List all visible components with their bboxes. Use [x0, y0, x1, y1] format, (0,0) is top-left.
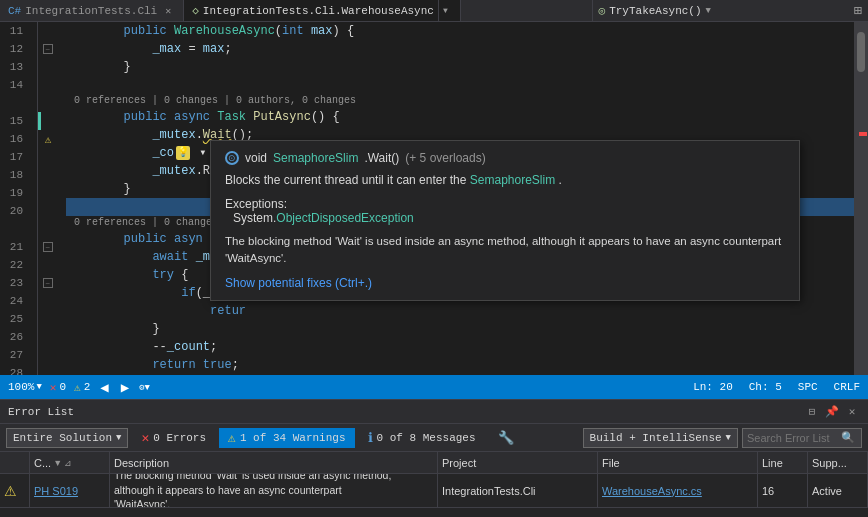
method-dropdown[interactable]: ◎ TryTakeAsync() ▼: [592, 0, 717, 21]
th-line[interactable]: Line: [758, 452, 808, 473]
dock-btn[interactable]: 📌: [824, 404, 840, 420]
code-line-13: }: [66, 58, 854, 76]
tab-label: IntegrationTests.Cli: [25, 5, 157, 17]
error-num: 0: [59, 381, 66, 393]
warning-count[interactable]: ⚠ 2: [74, 381, 90, 394]
filter-icon[interactable]: ▼: [53, 458, 62, 468]
warning-filter-label: 1 of 34 Warnings: [240, 432, 346, 444]
funnel-icon[interactable]: ⊿: [64, 458, 72, 468]
scope-label: Entire Solution: [13, 432, 112, 444]
search-box: 🔍: [742, 428, 862, 448]
statusbar-right: Ln: 20 Ch: 5 SPC CRLF: [693, 381, 860, 393]
tooltip-overloads: (+ 5 overloads): [405, 151, 485, 165]
th-project[interactable]: Project: [438, 452, 598, 473]
build-chevron: ▼: [726, 433, 731, 443]
th-file[interactable]: File: [598, 452, 758, 473]
file-link[interactable]: WarehouseAsync.cs: [602, 485, 702, 497]
close-panel-btn[interactable]: ✕: [844, 404, 860, 420]
line-num-28: 28: [0, 364, 29, 375]
line-num-17: 17: [0, 148, 29, 166]
th-suppression[interactable]: Supp...: [808, 452, 868, 473]
error-filter-label: 0 Errors: [153, 432, 206, 444]
table-row[interactable]: ⚠ PH S019 The blocking method 'Wait' is …: [0, 474, 868, 508]
code-line-29: } finally {: [66, 374, 854, 375]
tab-integration-tests[interactable]: C# IntegrationTests.Cli ✕: [0, 0, 184, 21]
filter-warnings[interactable]: ⚠ 1 of 34 Warnings: [219, 428, 354, 448]
method-icon: ◎: [599, 4, 606, 17]
th-icon: [0, 452, 30, 473]
cs-icon-2: ◇: [192, 4, 199, 17]
warning-num: 2: [84, 381, 91, 393]
filter-errors[interactable]: ✕ 0 Errors: [132, 428, 215, 448]
collapse-btn-11[interactable]: −: [43, 44, 53, 54]
line-num-23: 23: [0, 274, 29, 292]
th-description[interactable]: Description: [110, 452, 438, 473]
pin-btn[interactable]: ⊞: [848, 2, 868, 19]
tooltip-exceptions-section: Exceptions: System.ObjectDisposedExcepti…: [225, 197, 785, 225]
close-icon[interactable]: ✕: [161, 4, 175, 18]
editor-statusbar: 100% ▼ ✕ 0 ⚠ 2 ◀ ▶ ⚙▼ Ln: 20 Ch: 5 SPC C…: [0, 375, 868, 399]
search-input[interactable]: [747, 432, 837, 444]
tooltip-semaphore-link[interactable]: SemaphoreSlim: [470, 173, 555, 187]
line-num-24: 24: [0, 292, 29, 310]
method-label: TryTakeAsync(): [609, 5, 701, 17]
lightbulb-icon[interactable]: 💡: [176, 146, 190, 160]
method-chevron[interactable]: ▼: [706, 6, 711, 16]
line-num-27: 27: [0, 346, 29, 364]
line-num-15: 15: [0, 112, 29, 130]
error-list-header: Error List ⊟ 📌 ✕: [0, 400, 868, 424]
message-filter-icon: ℹ: [368, 430, 373, 446]
line-num-22: 22: [0, 256, 29, 274]
tooltip-exceptions-label: Exceptions:: [225, 197, 785, 211]
build-dropdown[interactable]: Build + IntelliSense ▼: [583, 428, 738, 448]
zoom-chevron[interactable]: ▼: [36, 382, 41, 392]
code-line-28: return true;: [66, 356, 854, 374]
code-line-12: _max = max;: [66, 40, 854, 58]
line-num-19: 19: [0, 184, 29, 202]
line-ending: CRLF: [834, 381, 860, 393]
tooltip-header: ⊙ void SemaphoreSlim .Wait() (+ 5 overlo…: [225, 151, 785, 165]
project-name: IntegrationTests.Cli: [442, 485, 536, 497]
nav-forward[interactable]: ▶: [119, 379, 131, 396]
zoom-control[interactable]: 100% ▼: [8, 381, 42, 393]
line-num-15a: [0, 94, 29, 112]
line-num-18: 18: [0, 166, 29, 184]
td-project: IntegrationTests.Cli: [438, 474, 598, 507]
warning-glyph: ⚠: [45, 133, 52, 146]
filter-messages[interactable]: ℹ 0 of 8 Messages: [359, 428, 485, 448]
row-warning-icon: ⚠: [4, 483, 17, 499]
line-numbers: 11 12 13 14 15 16 17 18 19 20 21 22 23 2…: [0, 22, 38, 375]
collapse-btn-23[interactable]: −: [43, 278, 53, 288]
nav-back[interactable]: ◀: [98, 379, 110, 396]
td-line: 16: [758, 474, 808, 507]
error-list-panel: Error List ⊟ 📌 ✕ Entire Solution ▼ ✕ 0 E…: [0, 399, 868, 517]
line-num-12: 12: [0, 40, 29, 58]
zoom-value: 100%: [8, 381, 34, 393]
scroll-thumb: [857, 32, 865, 72]
desc-text-2: although it appears to have an async cou…: [114, 484, 342, 498]
tooltip-void: void: [245, 151, 267, 165]
tooltip-description: Blocks the current thread until it can e…: [225, 171, 785, 189]
scope-dropdown[interactable]: Entire Solution ▼: [6, 428, 128, 448]
right-scrollbar[interactable]: [854, 22, 868, 375]
nav-dropdown[interactable]: ⚙▼: [139, 382, 150, 393]
th-code[interactable]: C... ▼ ⊿: [30, 452, 110, 473]
filter-tools[interactable]: 🔧: [489, 428, 523, 448]
tab-dropdown-btn[interactable]: ▼: [438, 0, 452, 22]
line-num-val: 16: [762, 485, 774, 497]
statusbar-left: 100% ▼ ✕ 0 ⚠ 2 ◀ ▶ ⚙▼: [8, 379, 150, 396]
scope-chevron: ▼: [116, 433, 121, 443]
line-num-14: 14: [0, 76, 29, 94]
tab-warehouse-async[interactable]: ◇ IntegrationTests.Cli.WarehouseAsync ▼: [184, 0, 461, 21]
tooltip-fix-link[interactable]: Show potential fixes (Ctrl+.): [225, 276, 785, 290]
code-line-15: public async Task PutAsync() {: [66, 108, 854, 126]
td-file[interactable]: WarehouseAsync.cs: [598, 474, 758, 507]
minimize-btn[interactable]: ⊟: [804, 404, 820, 420]
tooltip-warning-text: The blocking method 'Wait' is used insid…: [225, 233, 785, 268]
error-count[interactable]: ✕ 0: [50, 381, 66, 394]
build-label: Build + IntelliSense: [590, 432, 722, 444]
collapse-btn-21[interactable]: −: [43, 242, 53, 252]
line-num-16: 16: [0, 130, 29, 148]
code-link[interactable]: PH S019: [34, 485, 78, 497]
td-description: The blocking method 'Wait' is used insid…: [110, 474, 438, 507]
